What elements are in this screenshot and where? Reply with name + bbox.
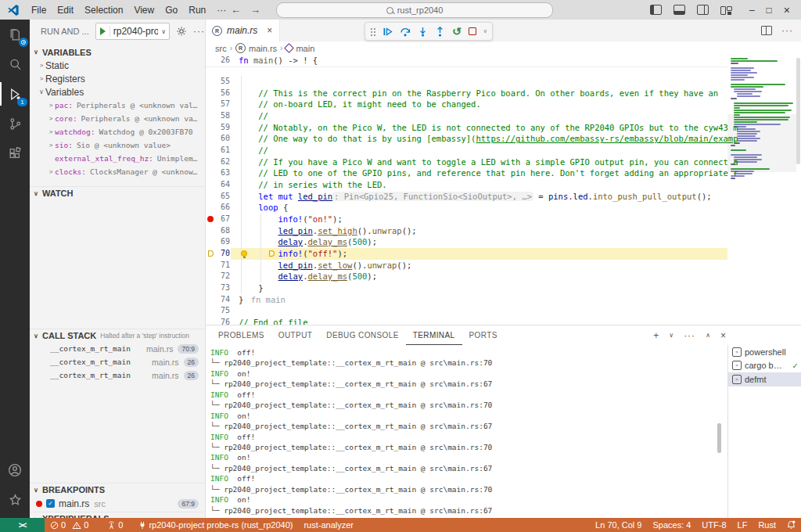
code-line[interactable]: 75: [205, 305, 727, 317]
indentation-setting[interactable]: Spaces: 4: [647, 518, 696, 532]
editor-more-actions-icon[interactable]: ···: [781, 25, 793, 36]
toggle-sidebar-icon[interactable]: [650, 5, 662, 15]
code-line[interactable]: 73}: [205, 282, 727, 294]
panel-tab-output[interactable]: OUTPUT: [271, 326, 320, 345]
close-window-button[interactable]: ×: [784, 4, 790, 16]
step-into-button[interactable]: [418, 27, 428, 37]
encoding-setting[interactable]: UTF-8: [696, 518, 731, 532]
back-icon[interactable]: ←: [231, 4, 241, 16]
variable-row[interactable]: >clocks:ClocksManager @ <unknow…: [30, 165, 222, 178]
terminal-list-item-defmt[interactable]: >defmt: [728, 372, 801, 386]
language-mode[interactable]: Rust: [753, 518, 781, 532]
command-center-search[interactable]: rust_rp2040: [276, 2, 553, 18]
code-editor[interactable]: 26fn main() -> ! { 5556// This is the co…: [205, 55, 801, 325]
breadcrumb-item-src[interactable]: src: [215, 44, 227, 53]
code-line[interactable]: 70info!("off!");: [205, 248, 727, 260]
panel-tab-problems[interactable]: PROBLEMS: [211, 326, 271, 345]
tab-main-rs[interactable]: R main.rs ×: [205, 20, 280, 41]
ports-status[interactable]: 0: [102, 518, 128, 532]
chevron-right-icon[interactable]: >: [38, 75, 45, 82]
menu-file[interactable]: File: [26, 5, 52, 16]
rust-analyzer-status[interactable]: rust-analyzer: [298, 518, 359, 532]
panel-more-actions-icon[interactable]: ···: [684, 330, 695, 341]
menu-selection[interactable]: Selection: [79, 5, 128, 16]
minimize-button[interactable]: –: [749, 5, 755, 16]
chevron-down-icon[interactable]: ∨: [483, 28, 487, 34]
code-line[interactable]: 58//: [205, 110, 727, 122]
restart-button[interactable]: ↺: [452, 27, 462, 36]
panel-tab-ports[interactable]: PORTS: [462, 326, 505, 345]
terminal-launch-chevron-icon[interactable]: ∨: [669, 332, 673, 339]
code-line[interactable]: 66loop {: [205, 202, 727, 214]
eol-setting[interactable]: LF: [732, 518, 753, 532]
toggle-panel-icon[interactable]: [673, 5, 685, 15]
code-line[interactable]: 55: [205, 76, 727, 88]
remote-indicator[interactable]: ><: [0, 518, 45, 532]
extensions-icon[interactable]: [0, 138, 30, 168]
section-call-stack[interactable]: ∨ CALL STACK Halted after a 'step' instr…: [30, 329, 205, 342]
step-out-button[interactable]: [435, 27, 445, 37]
stack-frame-row[interactable]: __cortex_m_rt_mainmain.rs70:9: [30, 342, 205, 355]
launch-config-dropdown[interactable]: rp2040-pro ∨: [95, 23, 170, 40]
terminal-list-item-cargo-b-[interactable]: >cargo b…✓: [728, 359, 801, 373]
chevron-right-icon[interactable]: >: [38, 62, 45, 69]
lightbulb-icon[interactable]: [241, 250, 247, 257]
code-line[interactable]: 67info!("on!");: [205, 214, 727, 225]
code-line[interactable]: 65let mut led_pin: Pin<Gpio25, FunctionS…: [205, 191, 727, 203]
panel-tab-debug-console[interactable]: DEBUG CONSOLE: [319, 326, 405, 345]
code-viewport[interactable]: 5556// This is the correct pin on the Ra…: [205, 76, 727, 325]
breadcrumb-item-main-rs[interactable]: main.rs: [249, 44, 277, 53]
stop-button[interactable]: [469, 27, 476, 35]
chevron-right-icon[interactable]: >: [47, 128, 55, 135]
minimap[interactable]: [727, 55, 796, 325]
variable-row[interactable]: ∨Variables: [30, 85, 213, 99]
menu-view[interactable]: View: [128, 5, 160, 16]
terminal-scrollbar[interactable]: [717, 423, 721, 453]
variable-row[interactable]: >Registers: [30, 72, 213, 85]
accounts-icon[interactable]: [0, 455, 30, 485]
code-line[interactable]: 69delay.delay_ms(500);: [205, 236, 727, 248]
code-line[interactable]: 71led_pin.set_low().unwrap();: [205, 260, 727, 271]
cursor-position[interactable]: Ln 70, Col 9: [590, 518, 647, 532]
code-line[interactable]: 74} fn main: [205, 294, 727, 306]
menu-run[interactable]: Run: [183, 5, 211, 16]
menu-more[interactable]: ···: [211, 5, 232, 16]
breakpoint-checkbox[interactable]: ✓: [46, 499, 55, 508]
configure-gear-icon[interactable]: [176, 26, 187, 37]
code-line[interactable]: 72delay.delay_ms(500);: [205, 271, 727, 282]
sticky-scroll-line[interactable]: 26fn main() -> ! {: [205, 55, 727, 67]
code-line[interactable]: 56// This is the correct pin on the Rasp…: [205, 88, 727, 99]
close-tab-icon[interactable]: ×: [267, 25, 272, 36]
editor-scrollbar[interactable]: [796, 58, 800, 164]
variable-row[interactable]: >core:Peripherals @ <unknown va…: [30, 112, 222, 125]
terminal-list-item-powershell[interactable]: >powershell: [728, 345, 801, 359]
variable-row[interactable]: >Static: [30, 59, 213, 72]
chevron-right-icon[interactable]: >: [47, 102, 55, 109]
problems-status[interactable]: 0 0: [45, 518, 94, 532]
new-terminal-icon[interactable]: +: [653, 330, 659, 341]
code-line[interactable]: 63// LED to one of the GPIO pins, and re…: [205, 167, 727, 179]
section-breakpoints[interactable]: ∨ BREAKPOINTS: [30, 483, 205, 496]
debug-target-status[interactable]: rp2040-project probe-rs (rust_rp2040): [133, 518, 298, 532]
sticky-code-line[interactable]: 26fn main() -> ! {: [205, 55, 727, 66]
manage-gear-icon[interactable]: [0, 485, 30, 515]
source-control-icon[interactable]: [0, 109, 30, 138]
stack-frame-row[interactable]: __cortex_m_rt_mainmain.rs26: [30, 355, 205, 368]
split-editor-icon[interactable]: [761, 26, 772, 35]
explorer-icon[interactable]: [0, 20, 30, 49]
variable-row[interactable]: >pac:Peripherals @ <unknown val…: [30, 99, 222, 112]
search-view-icon[interactable]: [0, 49, 30, 79]
start-debug-icon[interactable]: [100, 27, 106, 35]
variable-row[interactable]: >sio:Sio @ <unknown value>: [30, 138, 222, 152]
continue-button[interactable]: [383, 27, 393, 37]
code-line[interactable]: 68led_pin.set_high().unwrap();: [205, 225, 727, 237]
code-line[interactable]: 64// in series with the LED.: [205, 179, 727, 191]
variable-row[interactable]: external_xtal_freq_hz:Unimplem…: [30, 152, 222, 165]
maximize-panel-icon[interactable]: ∧: [706, 332, 710, 339]
chevron-down-icon[interactable]: ∨: [38, 88, 45, 95]
chevron-right-icon[interactable]: >: [47, 115, 55, 122]
stack-frame-row[interactable]: __cortex_m_rt_mainmain.rs26: [30, 368, 205, 382]
code-line[interactable]: 60// One way to do that is by using [emb…: [205, 133, 727, 145]
chevron-right-icon[interactable]: >: [47, 168, 55, 175]
code-line[interactable]: 59// Notably, on the Pico W, the LED is …: [205, 122, 727, 134]
